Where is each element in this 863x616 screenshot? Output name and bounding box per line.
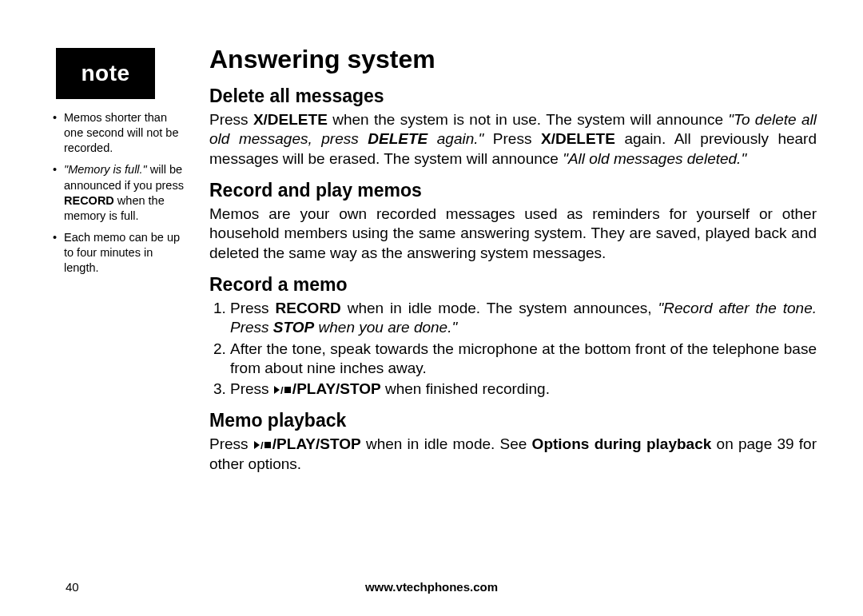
system-quote: "All old messages deleted."	[563, 150, 746, 167]
svg-text:/: /	[260, 440, 264, 450]
note-sidebar: note Memos shorter than one second will …	[50, 48, 189, 282]
key-label: RECORD	[275, 300, 340, 316]
step-item: Press RECORD when in idle mode. The syst…	[230, 299, 817, 338]
text: when in idle mode. The system announces,	[341, 300, 658, 316]
footer-url: www.vtechphones.com	[0, 580, 863, 594]
section-heading-recmemo: Record a memo	[209, 274, 817, 296]
svg-rect-5	[264, 442, 271, 448]
note-badge: note	[56, 48, 155, 99]
svg-marker-0	[274, 386, 280, 394]
text: Press	[230, 380, 273, 397]
svg-marker-3	[254, 441, 260, 449]
svg-text:/: /	[280, 385, 284, 395]
key-label: X/DELETE	[253, 111, 328, 128]
text: when the system is not in use. The syste…	[328, 111, 729, 128]
record-steps: Press RECORD when in idle mode. The syst…	[209, 299, 817, 399]
svg-rect-2	[284, 387, 291, 393]
play-stop-icon: /	[254, 440, 272, 450]
system-quote: again."	[428, 130, 483, 147]
text: when finished recording.	[381, 380, 550, 397]
section-heading-delete: Delete all messages	[209, 85, 817, 107]
system-quote-bold: DELETE	[368, 130, 428, 147]
main-content: Answering system Delete all messages Pre…	[209, 45, 817, 475]
text: Press	[230, 300, 275, 316]
playback-paragraph: Press //PLAY/STOP when in idle mode. See…	[209, 435, 817, 474]
text: when in idle mode. See	[361, 435, 532, 452]
key-label: /PLAY/STOP	[272, 435, 361, 452]
delete-paragraph: Press X/DELETE when the system is not in…	[209, 110, 817, 169]
page-title: Answering system	[209, 45, 817, 74]
section-heading-playback: Memo playback	[209, 410, 817, 431]
note-bold: RECORD	[64, 194, 114, 207]
manual-page: note Memos shorter than one second will …	[0, 0, 863, 616]
text: Press	[209, 111, 253, 128]
play-stop-icon: /	[274, 385, 292, 395]
text: Press	[483, 130, 541, 147]
note-quote: "Memory is full."	[64, 163, 147, 176]
note-item: "Memory is full." will be announced if y…	[53, 162, 189, 224]
key-label: /PLAY/STOP	[292, 380, 381, 397]
note-item: Each memo can be up to four minutes in l…	[53, 230, 189, 276]
system-quote: when you are done."	[314, 319, 457, 336]
step-item: After the tone, speak towards the microp…	[230, 340, 817, 379]
cross-ref: Options during playback	[532, 435, 712, 452]
section-heading-recplay: Record and play memos	[209, 180, 817, 201]
key-label: X/DELETE	[541, 130, 615, 147]
note-list: Memos shorter than one second will not b…	[50, 110, 189, 276]
text: Press	[209, 435, 253, 452]
recplay-paragraph: Memos are your own recorded messages use…	[209, 205, 817, 263]
system-quote-bold: STOP	[273, 319, 314, 336]
step-item: Press //PLAY/STOP when finished recordin…	[230, 380, 817, 399]
note-item: Memos shorter than one second will not b…	[53, 110, 189, 156]
